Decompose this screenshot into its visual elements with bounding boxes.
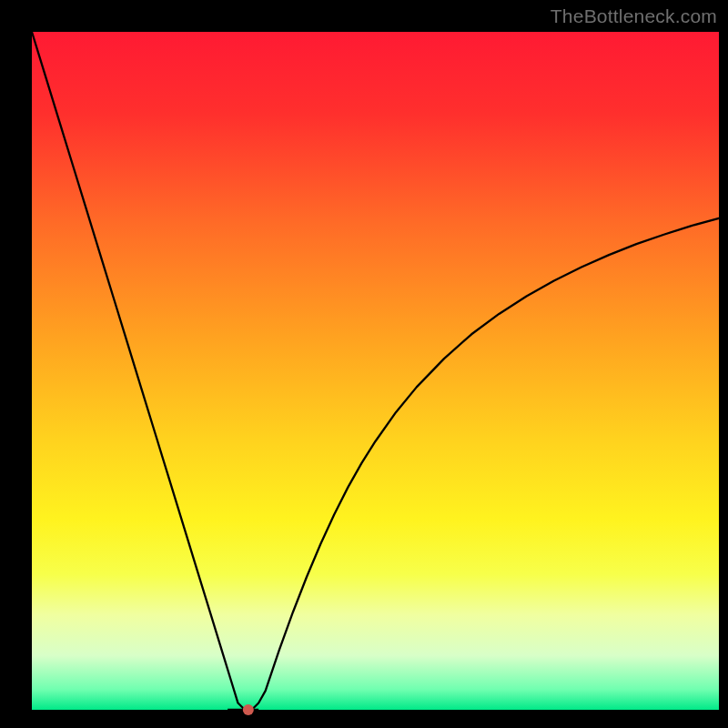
- chart-svg: [0, 0, 728, 728]
- optimal-dot: [243, 704, 254, 715]
- watermark-text: TheBottleneck.com: [551, 5, 717, 27]
- chart-container: TheBottleneck.com: [0, 0, 728, 728]
